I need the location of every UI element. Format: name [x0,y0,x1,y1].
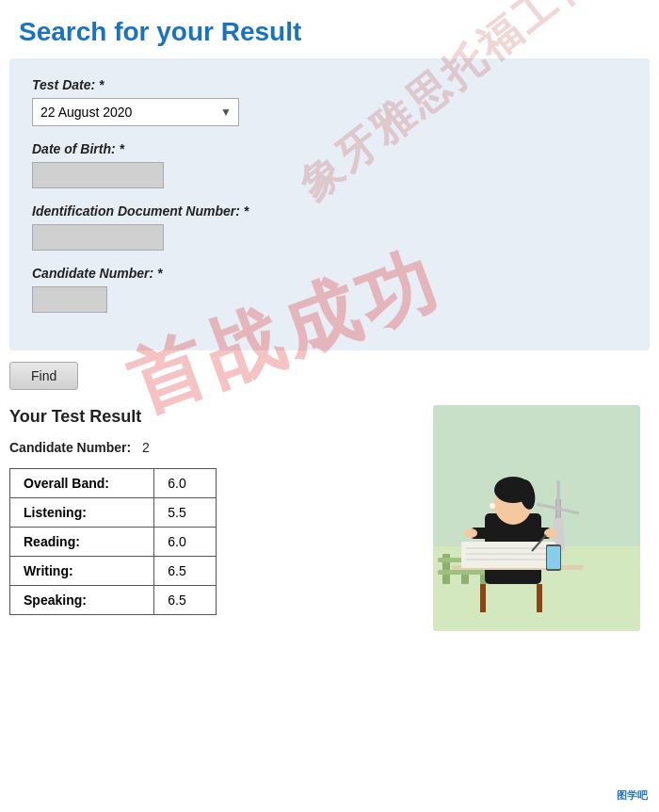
find-button[interactable]: Find [9,362,78,390]
search-form: Test Date: * 22 August 2020 8 August 202… [9,58,650,350]
table-row: Speaking:6.5 [10,586,217,615]
photo-container [433,405,640,631]
table-cell-label: Reading: [10,528,154,557]
candidate-number-value: 2 [142,440,150,455]
table-cell-label: Listening: [10,498,154,528]
svg-rect-34 [537,584,542,612]
table-cell-value: 6.0 [154,469,217,498]
logo-text: 图学吧 [617,789,648,801]
results-table: Overall Band:6.0Listening:5.5Reading:6.0… [9,468,217,615]
id-doc-label: Identification Document Number: * [32,203,627,219]
table-row: Listening:5.5 [10,498,217,528]
table-row: Reading:6.0 [10,528,217,557]
dob-group: Date of Birth: * [32,141,627,188]
page-wrapper: Search for your Result Test Date: * 22 A… [0,0,659,812]
table-cell-label: Overall Band: [10,469,154,498]
svg-point-24 [544,528,557,538]
candidate-number-label: Candidate Number: [9,440,131,455]
dob-label: Date of Birth: * [32,141,627,156]
table-cell-value: 6.5 [154,557,217,586]
svg-rect-33 [480,584,486,612]
id-doc-input[interactable] [32,224,164,251]
table-cell-label: Writing: [10,557,154,586]
find-btn-area: Find [9,362,650,390]
table-cell-value: 6.0 [154,528,217,557]
dob-input[interactable] [32,162,164,188]
test-date-label: Test Date: * [32,77,627,92]
page-title: Search for your Result [0,0,659,58]
table-cell-value: 5.5 [154,498,217,528]
photo-svg [433,405,640,631]
id-doc-group: Identification Document Number: * [32,203,627,251]
test-date-select-wrapper[interactable]: 22 August 2020 8 August 2020 25 July 202… [32,98,239,126]
svg-rect-26 [461,542,555,568]
svg-point-23 [464,528,477,538]
table-cell-label: Speaking: [10,586,154,615]
table-row: Writing:6.5 [10,557,217,586]
candidate-num-group: Candidate Number: * [32,266,627,313]
svg-point-20 [490,503,495,509]
test-date-select[interactable]: 22 August 2020 8 August 2020 25 July 202… [32,98,239,126]
svg-rect-31 [547,546,560,569]
test-date-group: Test Date: * 22 August 2020 8 August 202… [32,77,627,126]
candidate-num-input[interactable] [32,286,107,313]
bottom-brand: 图学吧 [617,788,648,803]
table-cell-value: 6.5 [154,586,217,615]
table-row: Overall Band:6.0 [10,469,217,498]
candidate-num-label: Candidate Number: * [32,266,627,281]
